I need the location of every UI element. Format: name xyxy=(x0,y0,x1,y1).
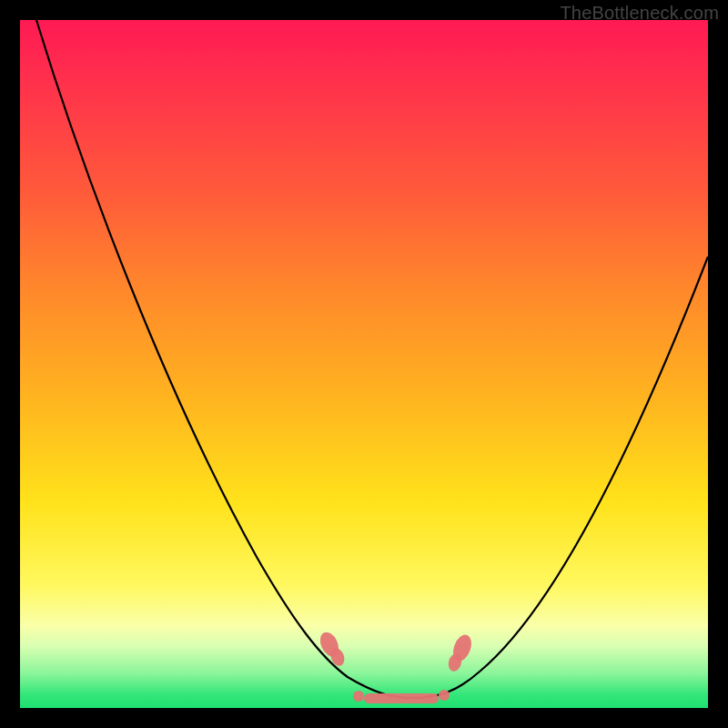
marker-flat-bottom xyxy=(364,693,439,703)
bottleneck-curve-svg xyxy=(20,20,708,708)
watermark-text: TheBottleneck.com xyxy=(560,3,719,24)
plot-area xyxy=(20,20,708,708)
marker-bottom-dot-right xyxy=(439,690,450,701)
chart-frame: TheBottleneck.com xyxy=(0,0,728,728)
bottleneck-curve xyxy=(36,20,708,698)
marker-bottom-dot-left xyxy=(353,691,364,702)
